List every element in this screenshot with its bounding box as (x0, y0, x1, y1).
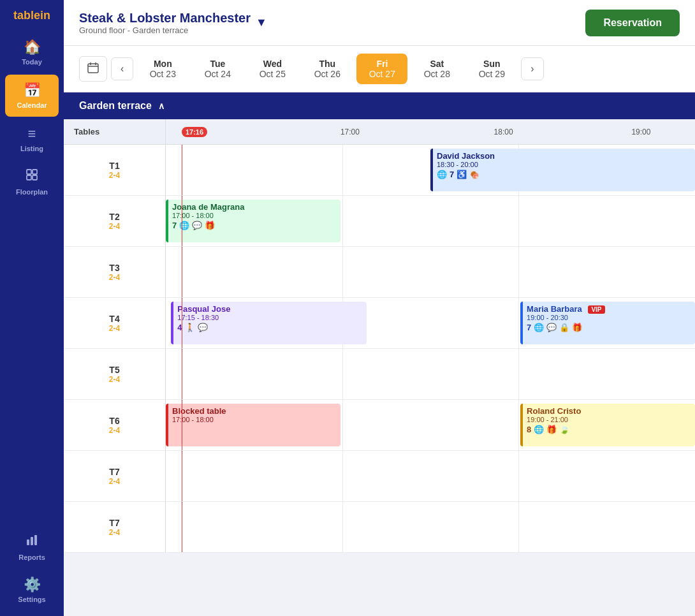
gift-icon-roland: 🎁 (546, 425, 557, 434)
reservation-joana-de-magrana[interactable]: Joana de Magrana 17:00 - 18:00 7 🌐 💬 🎁 (166, 200, 340, 242)
reservation-maria-barbara[interactable]: Maria Barbara VIP 19:00 - 20:30 7 🌐 💬 🔒 … (520, 302, 695, 344)
res-name-blocked: Blocked table (172, 406, 337, 416)
svg-rect-4 (27, 539, 29, 545)
time-label-18: 18:00 (494, 128, 513, 136)
dropdown-arrow-icon[interactable]: ▼ (256, 16, 267, 29)
sidebar-label-reports: Reports (18, 554, 45, 561)
table-capacity-t3: 2-4 (109, 273, 120, 282)
reservation-button[interactable]: Reservation (585, 10, 680, 36)
food-icon: 🍖 (469, 170, 479, 179)
accessible-icon: ♿ (457, 170, 467, 179)
day-button-sun[interactable]: Sun Oct 29 (466, 54, 517, 84)
next-week-button[interactable]: › (521, 57, 543, 80)
table-name-t2: T2 (109, 212, 119, 222)
gift-icon: 🎁 (205, 221, 215, 230)
sidebar-item-floorplan[interactable]: Floorplan (0, 160, 64, 203)
day-name-fri: Fri (376, 59, 388, 69)
table-label-t7b: T7 2-4 (64, 502, 166, 553)
reports-icon (25, 533, 39, 551)
blocked-table-t6[interactable]: Blocked table 17:00 - 18:00 (166, 404, 340, 446)
sidebar-item-reports[interactable]: Reports (0, 525, 64, 569)
table-timeline-t4: Pasqual Jose 17:15 - 18:30 4 🚶 💬 Maria B… (166, 298, 695, 349)
now-line-t7b (182, 502, 182, 552)
chat-icon-pasqual: 💬 (198, 323, 208, 332)
sidebar-item-today[interactable]: 🏠 Today (0, 31, 64, 73)
vip-badge: VIP (588, 305, 604, 314)
logo: tablein (0, 0, 64, 31)
calendar-icon: 📅 (24, 82, 41, 99)
sidebar-label-floorplan: Floorplan (16, 188, 48, 196)
day-button-wed[interactable]: Wed Oct 25 (247, 54, 298, 84)
table-capacity-t6: 2-4 (109, 426, 120, 435)
day-button-tue[interactable]: Tue Oct 24 (192, 54, 243, 84)
table-capacity-t7b: 2-4 (109, 528, 120, 537)
table-name-t5: T5 (109, 365, 119, 375)
table-label-t7a: T7 2-4 (64, 451, 166, 502)
table-name-t7a: T7 (109, 467, 119, 477)
res-icons-joana: 7 🌐 💬 🎁 (172, 221, 337, 230)
leaf-icon-roland: 🍃 (559, 425, 569, 434)
main-content: Steak & Lobster Manchester Ground floor … (64, 0, 695, 616)
table-timeline-t2: Joana de Magrana 17:00 - 18:00 7 🌐 💬 🎁 (166, 196, 695, 247)
time-label-17: 17:00 (340, 128, 360, 136)
home-icon: 🏠 (24, 39, 41, 55)
section-collapse-icon[interactable]: ∧ (158, 101, 165, 111)
table-label-t3: T3 2-4 (64, 247, 166, 298)
res-name-joana: Joana de Magrana (172, 202, 337, 212)
reservation-roland-cristo[interactable]: Roland Cristo 19:00 - 21:00 8 🌐 🎁 🍃 (520, 404, 695, 446)
table-label-t1: T1 2-4 (64, 145, 166, 196)
svg-rect-1 (33, 170, 37, 174)
tables-column-header: Tables (64, 119, 166, 145)
sidebar-item-listing[interactable]: ≡ Listing (0, 118, 64, 160)
res-name-pasqual: Pasqual Jose (177, 304, 363, 314)
table-capacity-t4: 2-4 (109, 324, 120, 333)
day-button-fri[interactable]: Fri Oct 27 (356, 54, 407, 84)
res-icons-david-jackson: 🌐 7 ♿ 🍖 (437, 170, 691, 179)
sidebar-item-settings[interactable]: ⚙️ Settings (0, 569, 64, 611)
walk-icon: 🚶 (185, 323, 195, 332)
table-label-t6: T6 2-4 (64, 400, 166, 451)
calendar-section: Garden terrace ∧ Tables 17:16 17:00 18:0… (64, 92, 695, 616)
day-date-mon: Oct 23 (150, 69, 176, 79)
top-header: Steak & Lobster Manchester Ground floor … (64, 0, 695, 46)
day-date-fri: Oct 27 (369, 69, 395, 79)
now-line-t1 (182, 145, 182, 195)
sidebar-item-calendar[interactable]: 📅 Calendar (5, 75, 59, 117)
table-capacity-t2: 2-4 (109, 222, 120, 231)
section-header-garden-terrace[interactable]: Garden terrace ∧ (64, 92, 695, 119)
res-time-david-jackson: 18:30 - 20:00 (437, 161, 691, 168)
res-time-blocked: 17:00 - 18:00 (172, 416, 337, 423)
sidebar-label-listing: Listing (20, 145, 43, 152)
svg-rect-6 (34, 535, 37, 545)
day-button-mon[interactable]: Mon Oct 23 (137, 54, 188, 84)
globe-icon-roland: 🌐 (534, 425, 544, 434)
calendar-grid: Tables 17:16 17:00 18:00 19:00 T1 2-4 Da… (64, 119, 695, 553)
day-button-thu[interactable]: Thu Oct 26 (302, 54, 353, 84)
sidebar-label-calendar: Calendar (17, 101, 47, 109)
floorplan-icon (25, 168, 39, 186)
svg-rect-2 (27, 175, 31, 180)
globe-icon: 🌐 (179, 221, 189, 230)
res-icons-pasqual: 4 🚶 💬 (177, 323, 363, 332)
table-capacity-t7a: 2-4 (109, 477, 120, 486)
day-button-sat[interactable]: Sat Oct 28 (411, 54, 462, 84)
day-name-sat: Sat (430, 59, 444, 69)
table-capacity-t5: 2-4 (109, 375, 120, 384)
reservation-david-jackson[interactable]: David Jackson 18:30 - 20:00 🌐 7 ♿ 🍖 (430, 149, 695, 191)
calendar-picker-button[interactable] (79, 56, 107, 82)
day-name-tue: Tue (210, 59, 225, 69)
now-line-t7a (182, 451, 182, 501)
res-time-pasqual: 17:15 - 18:30 (177, 314, 363, 321)
now-line-t6 (182, 400, 182, 450)
section-title: Garden terrace (79, 100, 152, 112)
table-label-t2: T2 2-4 (64, 196, 166, 247)
table-label-t4: T4 2-4 (64, 298, 166, 349)
logo-text: tablein (13, 9, 50, 22)
table-timeline-t7b (166, 502, 695, 553)
res-icons-maria: 7 🌐 💬 🔒 🎁 (527, 323, 691, 332)
table-name-t7b: T7 (109, 518, 119, 528)
day-name-wed: Wed (263, 59, 282, 69)
day-date-wed: Oct 25 (260, 69, 286, 79)
prev-week-button[interactable]: ‹ (111, 57, 133, 80)
reservation-pasqual-jose[interactable]: Pasqual Jose 17:15 - 18:30 4 🚶 💬 (171, 302, 367, 344)
